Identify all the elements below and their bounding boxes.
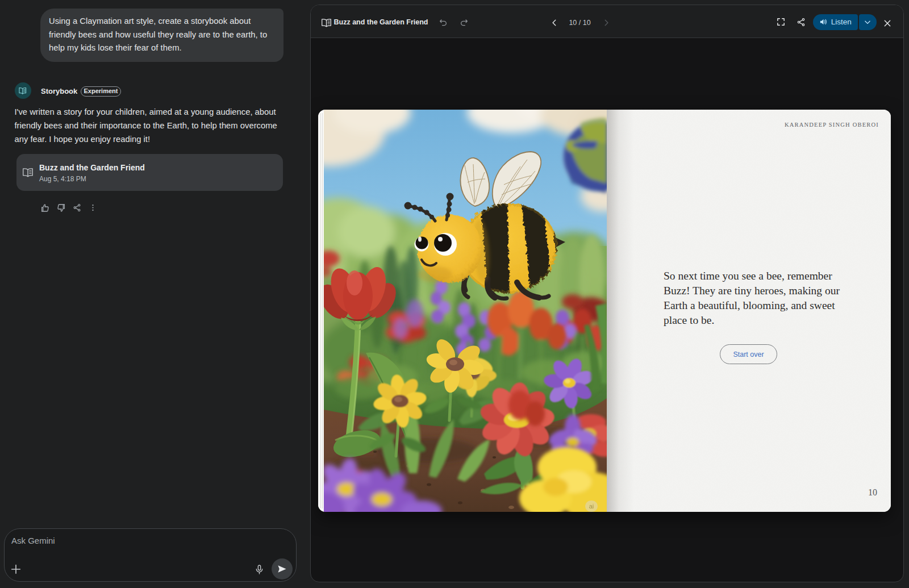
svg-text:ai: ai [589, 503, 594, 510]
